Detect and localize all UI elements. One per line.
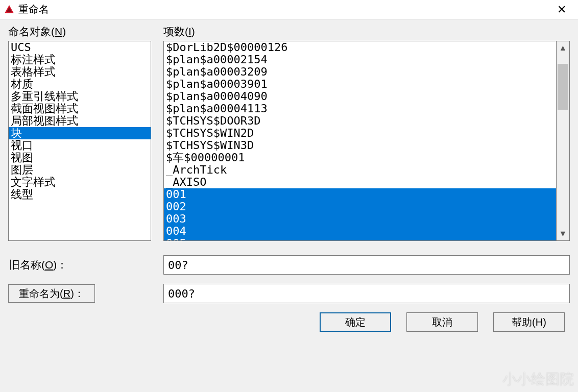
named-objects-item[interactable]: 局部视图样式 (9, 115, 151, 127)
old-name-input[interactable] (163, 255, 570, 275)
items-list-item[interactable]: $plan$a00003901 (164, 78, 556, 90)
rename-to-hotkey: R (63, 288, 70, 299)
items-list-item[interactable]: $TCHSYS$DOOR3D (164, 115, 556, 127)
named-objects-item[interactable]: 多重引线样式 (9, 90, 151, 103)
named-objects-item[interactable]: 材质 (9, 78, 151, 90)
close-button[interactable]: ✕ (549, 1, 574, 19)
named-objects-hotkey: N (55, 26, 62, 37)
old-name-label: 旧名称(O)： (8, 259, 67, 271)
ok-button[interactable]: 确定 (320, 312, 391, 332)
items-list-item[interactable]: 005 (164, 237, 556, 241)
items-list-item[interactable]: _AXISO (164, 176, 556, 188)
items-list-item[interactable]: $plan$a00004090 (164, 90, 556, 103)
old-name-hotkey: O (45, 259, 53, 271)
rename-to-row: 重命名为(R)： (8, 284, 570, 303)
items-scrollbar[interactable]: ▲ ▼ (557, 41, 570, 241)
old-name-suffix: ： (57, 259, 67, 271)
items-list-item[interactable]: _ArchTick (164, 164, 556, 176)
named-objects-listbox[interactable]: UCS标注样式表格样式材质多重引线样式截面视图样式局部视图样式块视口视图图层文字… (8, 41, 151, 241)
named-objects-item[interactable]: 视图 (9, 152, 151, 164)
items-label: 项数(I) (163, 24, 570, 39)
dialog-body: 命名对象(N) 项数(I) UCS标注样式表格样式材质多重引线样式截面视图样式局… (0, 19, 578, 337)
items-list-item[interactable]: 004 (164, 225, 556, 237)
items-list-item[interactable]: 002 (164, 201, 556, 213)
scroll-down-arrow[interactable]: ▼ (557, 227, 569, 240)
named-objects-label-text: 命名对象 (8, 26, 51, 37)
items-list-item[interactable]: $车$00000001 (164, 152, 556, 164)
named-objects-item[interactable]: 线型 (9, 188, 151, 201)
rename-to-label-text: 重命名为 (19, 288, 60, 299)
dialog-button-row: 确定 取消 帮助(H) (8, 312, 570, 332)
old-name-label-text: 旧名称 (9, 259, 41, 271)
named-objects-item[interactable]: UCS (9, 41, 151, 54)
cancel-button[interactable]: 取消 (406, 312, 478, 332)
items-list-item[interactable]: $DorLib2D$00000126 (164, 41, 556, 54)
items-list-item[interactable]: 003 (164, 213, 556, 225)
named-objects-item[interactable]: 文字样式 (9, 176, 151, 188)
rename-to-suffix: ： (74, 288, 84, 299)
items-list-item[interactable]: 001 (164, 188, 556, 201)
scroll-thumb[interactable] (558, 64, 568, 110)
named-objects-item[interactable]: 标注样式 (9, 54, 151, 66)
rename-to-input[interactable] (163, 284, 570, 303)
scroll-track[interactable] (557, 55, 569, 227)
named-objects-item[interactable]: 块 (9, 127, 151, 139)
items-listbox[interactable]: $DorLib2D$00000126$plan$a00002154$plan$a… (163, 41, 557, 241)
old-name-row: 旧名称(O)： (8, 255, 570, 275)
titlebar: 重命名 ✕ (0, 0, 578, 19)
items-list-item[interactable]: $plan$a00002154 (164, 54, 556, 66)
items-list-item[interactable]: $plan$a00003209 (164, 66, 556, 78)
items-hotkey: I (188, 26, 191, 37)
items-list-item[interactable]: $plan$a00004113 (164, 103, 556, 115)
items-list-item[interactable]: $TCHSYS$WIN2D (164, 127, 556, 139)
list-labels-row: 命名对象(N) 项数(I) (8, 24, 570, 41)
items-label-text: 项数 (163, 26, 185, 37)
watermark: 小小绘图院 (502, 370, 574, 389)
named-objects-item[interactable]: 截面视图样式 (9, 103, 151, 115)
app-icon (4, 5, 14, 15)
named-objects-label: 命名对象(N) (8, 24, 151, 39)
rename-to-button[interactable]: 重命名为(R)： (8, 284, 95, 303)
named-objects-item[interactable]: 视口 (9, 139, 151, 152)
named-objects-item[interactable]: 表格样式 (9, 66, 151, 78)
scroll-up-arrow[interactable]: ▲ (557, 41, 569, 55)
help-button[interactable]: 帮助(H) (493, 312, 565, 332)
named-objects-item[interactable]: 图层 (9, 164, 151, 176)
items-list-item[interactable]: $TCHSYS$WIN3D (164, 139, 556, 152)
window-title: 重命名 (18, 3, 49, 16)
